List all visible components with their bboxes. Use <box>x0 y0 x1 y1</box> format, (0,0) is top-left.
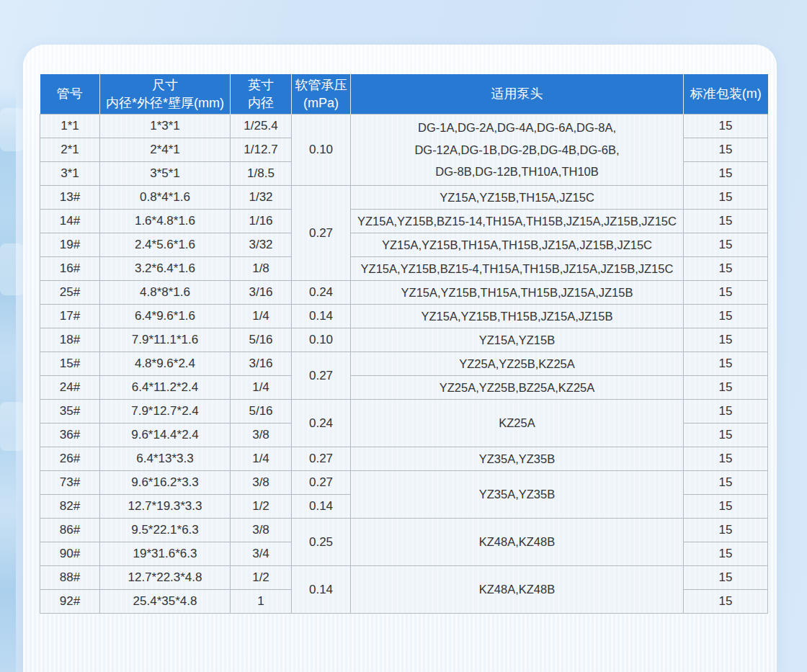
cell-inch: 1 <box>231 590 292 614</box>
table-row: 18# 7.9*11.1*1.6 5/16 0.10 YZ15A,YZ15B 1… <box>40 328 768 352</box>
cell-inch: 3/8 <box>231 519 292 542</box>
cell-pack: 15 <box>684 566 768 590</box>
cell-tube-id: 14# <box>40 210 100 233</box>
col-header-pack-label: 标准包装(m) <box>685 85 767 102</box>
cell-size: 3*5*1 <box>100 162 231 186</box>
cell-pressure: 0.14 <box>292 495 351 519</box>
table-row: 17# 6.4*9.6*1.6 1/4 0.14 YZ15A,YZ15B,TH1… <box>40 305 768 328</box>
cell-pack: 15 <box>684 328 768 352</box>
cell-size: 6.4*9.6*1.6 <box>100 305 231 328</box>
cell-pumps: KZ48A,KZ48B <box>351 566 684 614</box>
cell-pressure: 0.27 <box>292 352 351 400</box>
col-header-inch-line2: 内径 <box>232 94 290 112</box>
cell-pressure: 0.24 <box>292 281 351 305</box>
table-row: 25# 4.8*8*1.6 3/16 0.24 YZ15A,YZ15B,TH15… <box>40 281 768 305</box>
cell-pack: 15 <box>684 424 768 447</box>
cell-size: 0.8*4*1.6 <box>100 186 231 210</box>
cell-size: 12.7*19.3*3.3 <box>100 495 231 519</box>
table-row: 26# 6.4*13*3.3 1/4 0.27 YZ35A,YZ35B 15 <box>40 447 768 471</box>
cell-pressure: 0.24 <box>292 400 351 447</box>
cell-pack: 15 <box>684 281 768 305</box>
cell-pack: 15 <box>684 376 768 400</box>
cell-size: 4.8*8*1.6 <box>100 281 231 305</box>
col-header-inch: 英寸 内径 <box>231 74 292 115</box>
table-row: 14# 1.6*4.8*1.6 1/16 YZ15A,YZ15B,BZ15-14… <box>40 210 768 233</box>
cell-pack: 15 <box>684 162 768 186</box>
cell-pumps: YZ25A,YZ25B,KZ25A <box>351 352 684 376</box>
cell-pumps: YZ15A,YZ15B,TH15B,JZ15A,JZ15B <box>351 305 684 328</box>
cell-pumps: YZ15A,YZ15B,TH15A,TH15B,JZ15A,JZ15B <box>351 281 684 305</box>
cell-pressure: 0.14 <box>292 305 351 328</box>
tubing-spec-table: 管号 尺寸 内径*外径*壁厚(mm) 英寸 内径 软管承压 (mPa) 适用泵头… <box>40 74 768 614</box>
header-row: 管号 尺寸 内径*外径*壁厚(mm) 英寸 内径 软管承压 (mPa) 适用泵头… <box>40 74 768 115</box>
col-header-pumps-label: 适用泵头 <box>352 85 682 102</box>
cell-size: 9.6*14.4*2.4 <box>100 424 231 447</box>
cell-pumps: YZ15A,YZ15B,BZ15-14,TH15A,TH15B,JZ15A,JZ… <box>351 210 684 233</box>
table-row: 15# 4.8*9.6*2.4 3/16 0.27 YZ25A,YZ25B,KZ… <box>40 352 768 376</box>
cell-size: 25.4*35*4.8 <box>100 590 231 614</box>
table-row: 19# 2.4*5.6*1.6 3/32 YZ15A,YZ15B,TH15A,T… <box>40 233 768 257</box>
cell-tube-id: 24# <box>40 376 100 400</box>
col-header-size: 尺寸 内径*外径*壁厚(mm) <box>100 74 231 115</box>
col-header-inch-line1: 英寸 <box>232 76 290 94</box>
cell-inch: 3/16 <box>231 281 292 305</box>
cell-inch: 3/8 <box>231 471 292 495</box>
cell-inch: 1/4 <box>231 305 292 328</box>
cell-pack: 15 <box>684 257 768 281</box>
cell-pack: 15 <box>684 305 768 328</box>
cell-pack: 15 <box>684 542 768 566</box>
cell-pumps: YZ35A,YZ35B <box>351 447 684 471</box>
cell-tube-id: 73# <box>40 471 100 495</box>
table-row: 88# 12.7*22.3*4.8 1/2 0.14 KZ48A,KZ48B 1… <box>40 566 768 590</box>
table-row: 73# 9.6*16.2*3.3 3/8 0.27 YZ35A,YZ35B 15 <box>40 471 768 495</box>
cell-pumps: KZ48A,KZ48B <box>351 519 684 566</box>
cell-pack: 15 <box>684 138 768 162</box>
cell-size: 19*31.6*6.3 <box>100 542 231 566</box>
col-header-size-line2: 内径*外径*壁厚(mm) <box>102 94 228 112</box>
table-row: 35# 7.9*12.7*2.4 5/16 0.24 KZ25A 15 <box>40 400 768 424</box>
cell-tube-id: 19# <box>40 233 100 257</box>
cell-inch: 5/16 <box>231 328 292 352</box>
cell-pack: 15 <box>684 495 768 519</box>
cell-tube-id: 90# <box>40 542 100 566</box>
cell-pack: 15 <box>684 233 768 257</box>
cell-pressure: 0.25 <box>292 519 351 566</box>
col-header-size-line1: 尺寸 <box>102 76 228 94</box>
cell-tube-id: 82# <box>40 495 100 519</box>
cell-inch: 3/4 <box>231 542 292 566</box>
cell-pack: 15 <box>684 519 768 542</box>
cell-pumps: YZ15A,YZ15B,BZ15-4,TH15A,TH15B,JZ15A,JZ1… <box>351 257 684 281</box>
col-header-pressure: 软管承压 (mPa) <box>292 74 351 115</box>
cell-tube-id: 25# <box>40 281 100 305</box>
cell-tube-id: 15# <box>40 352 100 376</box>
cell-inch: 1/2 <box>231 566 292 590</box>
cell-inch: 1/25.4 <box>231 115 292 138</box>
cell-size: 6.4*11.2*2.4 <box>100 376 231 400</box>
cell-pumps: YZ15A,YZ15B,TH15A,TH15B,JZ15A,JZ15B,JZ15… <box>351 233 684 257</box>
col-header-tube-id-label: 管号 <box>42 85 99 102</box>
cell-tube-id: 88# <box>40 566 100 590</box>
cell-size: 2*4*1 <box>100 138 231 162</box>
cell-size: 9.5*22.1*6.3 <box>100 519 231 542</box>
cell-pack: 15 <box>684 471 768 495</box>
table-row: 86# 9.5*22.1*6.3 3/8 0.25 KZ48A,KZ48B 15 <box>40 519 768 542</box>
cell-tube-id: 17# <box>40 305 100 328</box>
cell-pressure: 0.10 <box>292 328 351 352</box>
left-watermark-shape <box>0 243 24 295</box>
cell-size: 6.4*13*3.3 <box>100 447 231 471</box>
cell-pumps: YZ25A,YZ25B,BZ25A,KZ25A <box>351 376 684 400</box>
cell-inch: 1/8 <box>231 257 292 281</box>
cell-pack: 15 <box>684 590 768 614</box>
cell-inch: 1/8.5 <box>231 162 292 186</box>
col-header-pressure-line2: (mPa) <box>293 94 349 112</box>
cell-tube-id: 1*1 <box>40 115 100 138</box>
cell-size: 7.9*12.7*2.4 <box>100 400 231 424</box>
cell-inch: 5/16 <box>231 400 292 424</box>
cell-size: 9.6*16.2*3.3 <box>100 471 231 495</box>
cell-tube-id: 92# <box>40 590 100 614</box>
cell-inch: 3/8 <box>231 424 292 447</box>
cell-pack: 15 <box>684 186 768 210</box>
cell-tube-id: 86# <box>40 519 100 542</box>
cell-tube-id: 35# <box>40 400 100 424</box>
cell-size: 2.4*5.6*1.6 <box>100 233 231 257</box>
